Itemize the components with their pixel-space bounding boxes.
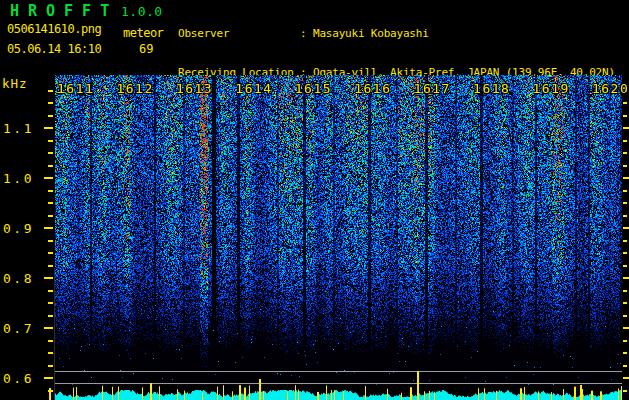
output-filename: 0506141610.png — [7, 22, 101, 36]
freq-minor-tick — [48, 190, 53, 192]
freq-minor-tick-right — [623, 202, 627, 204]
freq-major-tick-right — [623, 327, 629, 329]
time-tick-label: 1613 — [176, 81, 213, 96]
app-version: 1.0.0 — [121, 4, 163, 19]
freq-minor-tick-right — [623, 240, 627, 242]
freq-major-tick-right — [623, 227, 629, 229]
freq-major-tick-right — [623, 127, 629, 129]
freq-minor-tick-right — [623, 390, 627, 392]
freq-minor-tick-right — [623, 190, 627, 192]
freq-minor-tick — [48, 165, 53, 167]
freq-major-tick — [44, 177, 53, 179]
freq-major-tick — [44, 377, 53, 379]
freq-minor-tick — [48, 152, 53, 154]
freq-minor-tick — [48, 90, 53, 92]
freq-tick-label: 1.1 — [3, 121, 43, 136]
freq-major-tick-right — [623, 177, 629, 179]
time-tick-label: 1612 — [116, 81, 153, 96]
time-tick-label: 1618 — [473, 81, 510, 96]
freq-minor-tick — [48, 302, 53, 304]
freq-minor-tick-right — [623, 215, 627, 217]
freq-minor-tick-right — [623, 290, 627, 292]
freq-minor-tick-right — [623, 340, 627, 342]
freq-major-tick — [44, 327, 53, 329]
freq-minor-tick — [48, 290, 53, 292]
freq-minor-tick-right — [623, 315, 627, 317]
freq-minor-tick — [48, 265, 53, 267]
freq-minor-tick — [48, 102, 53, 104]
meter-left-tick — [49, 388, 51, 400]
freq-minor-tick-right — [623, 152, 627, 154]
freq-minor-tick — [48, 215, 53, 217]
freq-minor-tick-right — [623, 252, 627, 254]
datetime-label: 05.06.14 16:10 — [7, 42, 101, 56]
time-tick-label: 1616 — [354, 81, 391, 96]
freq-minor-tick-right — [623, 302, 627, 304]
freq-minor-tick-right — [623, 102, 627, 104]
freq-minor-tick — [48, 352, 53, 354]
hrofft-screen: HROFFT 1.0.0 0506141610.png meteor 05.06… — [0, 0, 629, 400]
freq-axis-unit-label: kHz — [2, 76, 28, 91]
freq-major-tick — [44, 127, 53, 129]
info-value: Masayuki Kobayashi — [313, 28, 429, 41]
freq-major-tick — [44, 277, 53, 279]
freq-tick-label: 1.0 — [3, 171, 43, 186]
time-tick-label: 1615 — [295, 81, 332, 96]
time-tick-label: 1619 — [533, 81, 570, 96]
freq-minor-tick — [48, 252, 53, 254]
freq-minor-tick — [48, 140, 53, 142]
freq-major-tick-right — [623, 277, 629, 279]
echo-count: 69 — [139, 42, 153, 56]
freq-minor-tick-right — [623, 115, 627, 117]
info-row-observer: Observer : Masayuki Kobayashi — [178, 28, 615, 41]
freq-tick-label: 0.8 — [3, 271, 43, 286]
freq-minor-tick-right — [623, 352, 627, 354]
freq-tick-label: 0.9 — [3, 221, 43, 236]
freq-minor-tick-right — [623, 165, 627, 167]
info-label: Observer — [178, 28, 300, 41]
freq-tick-label: 0.7 — [3, 321, 43, 336]
app-title: HROFFT — [10, 2, 118, 20]
info-colon: : — [300, 28, 313, 41]
freq-minor-tick-right — [623, 140, 627, 142]
freq-minor-tick — [48, 365, 53, 367]
time-tick-label: 1614 — [235, 81, 272, 96]
freq-minor-tick — [48, 340, 53, 342]
time-tick-label: 1617 — [414, 81, 451, 96]
freq-major-tick-right — [623, 377, 629, 379]
freq-minor-tick-right — [623, 365, 627, 367]
spectrogram-canvas — [55, 75, 622, 385]
freq-minor-tick — [48, 202, 53, 204]
time-tick-label: 1611 — [57, 81, 94, 96]
freq-major-tick — [44, 227, 53, 229]
freq-minor-tick — [48, 315, 53, 317]
time-tick-label: 1620 — [592, 81, 629, 96]
freq-tick-label: 0.6 — [3, 371, 43, 386]
level-meter-canvas — [55, 368, 622, 400]
freq-minor-tick — [48, 115, 53, 117]
freq-minor-tick — [48, 240, 53, 242]
freq-minor-tick-right — [623, 265, 627, 267]
mode-label: meteor — [123, 26, 163, 40]
